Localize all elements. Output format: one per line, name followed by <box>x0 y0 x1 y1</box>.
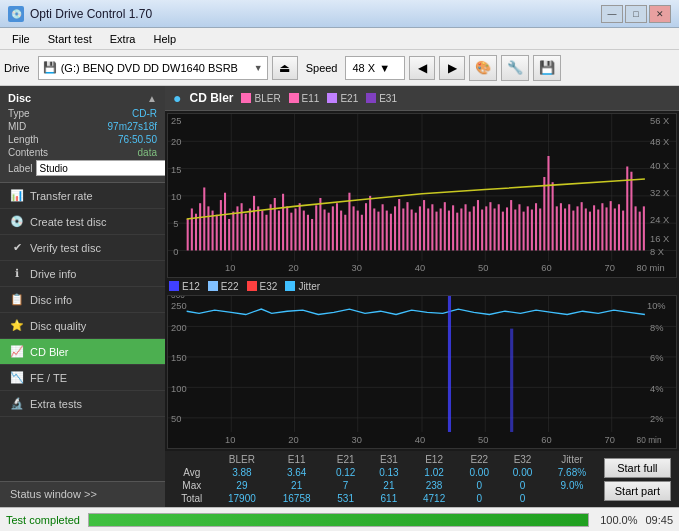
toolbar-save-button[interactable]: 💾 <box>533 55 561 81</box>
menu-file[interactable]: File <box>4 31 38 47</box>
svg-rect-85 <box>398 199 400 250</box>
speed-prev-button[interactable]: ◀ <box>409 56 435 80</box>
svg-rect-141 <box>630 172 632 251</box>
disc-info-icon: 📋 <box>10 293 24 306</box>
toolbar-color-button[interactable]: 🎨 <box>469 55 497 81</box>
stats-avg-bler: 3.88 <box>215 466 270 479</box>
top-chart-svg: 0 5 10 15 20 25 56 X 48 X 40 X 32 X 24 X… <box>168 114 676 277</box>
svg-rect-139 <box>622 211 624 251</box>
svg-rect-125 <box>564 208 566 250</box>
menu-help[interactable]: Help <box>145 31 184 47</box>
svg-text:200: 200 <box>171 321 187 332</box>
menu-start-test[interactable]: Start test <box>40 31 100 47</box>
svg-rect-84 <box>394 206 396 250</box>
toolbar-settings-button[interactable]: 🔧 <box>501 55 529 81</box>
svg-text:10: 10 <box>225 433 235 444</box>
disc-collapse-arrow[interactable]: ▲ <box>147 93 157 104</box>
disc-contents-value: data <box>138 147 157 158</box>
menu-extra[interactable]: Extra <box>102 31 144 47</box>
svg-rect-121 <box>547 156 549 250</box>
stats-col-empty <box>169 453 215 466</box>
svg-rect-135 <box>606 207 608 250</box>
svg-rect-109 <box>498 204 500 250</box>
extra-tests-icon: 🔬 <box>10 397 24 410</box>
svg-rect-82 <box>386 211 388 251</box>
svg-text:30: 30 <box>352 263 362 273</box>
sidebar-item-extra-tests[interactable]: 🔬 Extra tests <box>0 391 165 417</box>
sidebar-item-drive-info[interactable]: ℹ Drive info <box>0 261 165 287</box>
stats-col-e22: E22 <box>458 453 501 466</box>
sidebar-item-create-test-disc[interactable]: 💿 Create test disc <box>0 209 165 235</box>
svg-text:32 X: 32 X <box>650 188 670 198</box>
svg-text:15: 15 <box>171 165 181 175</box>
svg-rect-65 <box>315 205 317 250</box>
svg-rect-79 <box>373 208 375 250</box>
app-icon: 💿 <box>8 6 24 22</box>
chart-header: ● CD Bler BLER E11 E21 E31 <box>165 86 679 111</box>
legend-e31: E31 <box>366 93 397 104</box>
svg-rect-130 <box>585 208 587 250</box>
disc-contents-label: Contents <box>8 147 48 158</box>
svg-rect-83 <box>390 214 392 251</box>
stats-avg-e11: 3.64 <box>269 466 324 479</box>
svg-text:10: 10 <box>171 192 181 202</box>
legend-e12-label: E12 <box>182 281 200 292</box>
sidebar-item-status-window[interactable]: Status window >> <box>0 481 165 507</box>
title-bar-left: 💿 Opti Drive Control 1.70 <box>8 6 152 22</box>
svg-rect-71 <box>340 211 342 251</box>
svg-text:80 min: 80 min <box>637 263 665 273</box>
svg-rect-116 <box>527 206 529 250</box>
sidebar-item-transfer-rate-label: Transfer rate <box>30 190 93 202</box>
svg-rect-70 <box>336 203 338 250</box>
svg-rect-35 <box>191 208 193 250</box>
sidebar-item-disc-quality-label: Disc quality <box>30 320 86 332</box>
sidebar: Disc ▲ Type CD-R MID 97m27s18f Length 76… <box>0 86 165 507</box>
close-button[interactable]: ✕ <box>649 5 671 23</box>
sidebar-item-cd-bler[interactable]: 📈 CD Bler <box>0 339 165 365</box>
svg-rect-106 <box>485 206 487 250</box>
speed-select[interactable]: 48 X ▼ <box>345 56 405 80</box>
legend-e12: E12 <box>169 281 200 292</box>
svg-rect-138 <box>618 204 620 250</box>
drive-icon: 💾 <box>43 61 57 74</box>
disc-label-input[interactable] <box>36 160 169 176</box>
stats-avg-e31: 0.13 <box>367 466 410 479</box>
legend-e21-label: E21 <box>340 93 358 104</box>
sidebar-item-fe-te[interactable]: 📉 FE / TE <box>0 365 165 391</box>
drive-select[interactable]: 💾 (G:) BENQ DVD DD DW1640 BSRB ▼ <box>38 56 268 80</box>
maximize-button[interactable]: □ <box>625 5 647 23</box>
eject-button[interactable]: ⏏ <box>272 56 298 80</box>
start-part-button[interactable]: Start part <box>604 481 671 501</box>
legend-e21-color <box>327 93 337 103</box>
stats-section: BLER E11 E21 E31 E12 E22 E32 Jitter Avg <box>165 451 679 507</box>
svg-rect-74 <box>353 206 355 250</box>
svg-text:56 X: 56 X <box>650 116 670 126</box>
legend-jitter-color <box>285 281 295 291</box>
stats-col-e31: E31 <box>367 453 410 466</box>
stats-buttons: Start full Start part <box>600 453 675 505</box>
stats-total-e21: 531 <box>324 492 367 505</box>
start-full-button[interactable]: Start full <box>604 458 671 478</box>
legend-bler-label: BLER <box>254 93 280 104</box>
legend-e32-color <box>247 281 257 291</box>
status-window-label: Status window >> <box>10 488 97 500</box>
legend-e32: E32 <box>247 281 278 292</box>
svg-text:8%: 8% <box>650 321 664 332</box>
svg-rect-176 <box>448 296 451 432</box>
svg-rect-49 <box>249 208 251 250</box>
speed-next-button[interactable]: ▶ <box>439 56 465 80</box>
stats-table: BLER E11 E21 E31 E12 E22 E32 Jitter Avg <box>169 453 600 505</box>
svg-rect-99 <box>456 213 458 251</box>
sidebar-item-transfer-rate[interactable]: 📊 Transfer rate <box>0 183 165 209</box>
sidebar-item-disc-quality[interactable]: ⭐ Disc quality <box>0 313 165 339</box>
sidebar-item-verify-test-disc[interactable]: ✔ Verify test disc <box>0 235 165 261</box>
stats-total-bler: 17900 <box>215 492 270 505</box>
svg-text:70: 70 <box>604 433 614 444</box>
svg-rect-55 <box>274 198 276 250</box>
drive-value: (G:) BENQ DVD DD DW1640 BSRB <box>61 62 250 74</box>
time-label: 09:45 <box>645 514 673 526</box>
disc-title: Disc <box>8 92 31 104</box>
svg-rect-134 <box>601 203 603 250</box>
minimize-button[interactable]: — <box>601 5 623 23</box>
sidebar-item-disc-info[interactable]: 📋 Disc info <box>0 287 165 313</box>
